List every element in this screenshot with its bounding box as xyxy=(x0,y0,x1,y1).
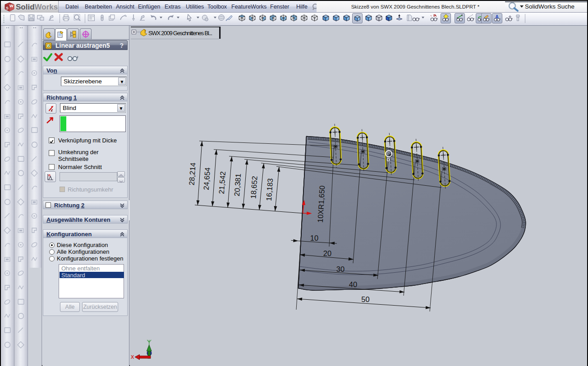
svg-text:50: 50 xyxy=(361,295,369,303)
svg-text:SWX 2009 Geschnittenes Bl...: SWX 2009 Geschnittenes Bl... xyxy=(148,30,212,37)
svg-text:21,542: 21,542 xyxy=(217,171,227,194)
svg-text:W: W xyxy=(9,4,14,8)
svg-text:28,214: 28,214 xyxy=(187,162,197,186)
svg-text:10: 10 xyxy=(310,234,318,242)
svg-text:16,183: 16,183 xyxy=(265,178,274,201)
svg-text:20: 20 xyxy=(323,249,331,257)
svg-text:24,654: 24,654 xyxy=(202,167,211,191)
svg-text:30: 30 xyxy=(336,265,345,273)
svg-text:X: X xyxy=(131,354,134,360)
svg-text:S: S xyxy=(6,6,9,10)
svg-text:40: 40 xyxy=(349,280,357,288)
svg-text:20,381: 20,381 xyxy=(233,173,242,197)
svg-text:A: A xyxy=(495,14,498,19)
svg-text:18,652: 18,652 xyxy=(249,176,258,199)
